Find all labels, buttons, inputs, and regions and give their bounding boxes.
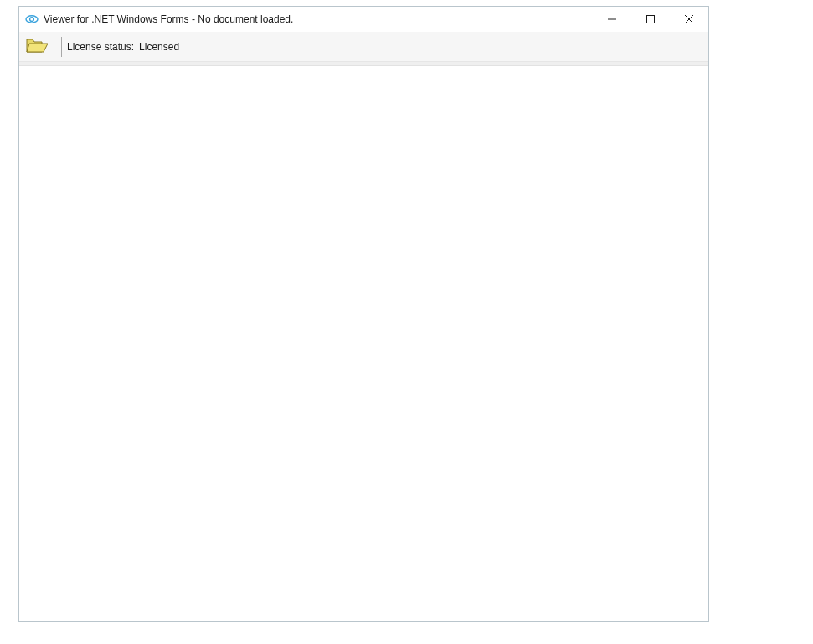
open-file-button[interactable]	[21, 34, 54, 59]
eye-icon	[25, 13, 39, 26]
titlebar: Viewer for .NET Windows Forms - No docum…	[19, 7, 708, 32]
license-status-label: License status:	[67, 41, 134, 53]
window-controls	[593, 7, 708, 32]
svg-rect-3	[647, 15, 655, 23]
license-status-value: Licensed	[139, 41, 179, 53]
close-icon	[685, 13, 693, 26]
document-area	[19, 66, 708, 621]
app-window: Viewer for .NET Windows Forms - No docum…	[18, 6, 709, 622]
toolbar: License status: Licensed	[19, 32, 708, 62]
svg-point-1	[30, 18, 34, 22]
maximize-button[interactable]	[631, 7, 670, 32]
minimize-icon	[608, 13, 616, 26]
minimize-button[interactable]	[593, 7, 631, 32]
folder-open-icon	[25, 36, 50, 57]
close-button[interactable]	[670, 7, 708, 32]
titlebar-left: Viewer for .NET Windows Forms - No docum…	[19, 13, 593, 26]
window-title: Viewer for .NET Windows Forms - No docum…	[44, 13, 293, 25]
maximize-icon	[646, 13, 655, 26]
toolbar-separator	[61, 37, 62, 57]
